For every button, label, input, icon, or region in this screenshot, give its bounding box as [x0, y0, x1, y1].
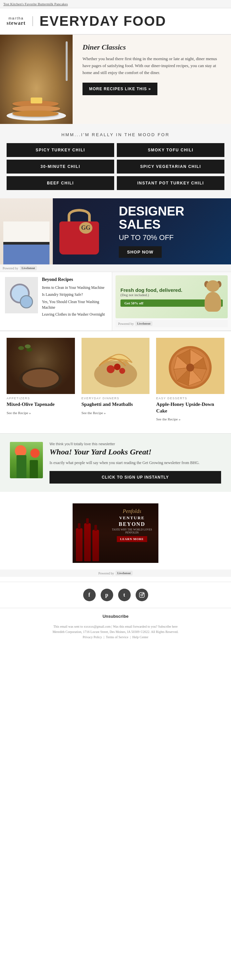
- mood-btn-beef[interactable]: BEEF CHILI: [6, 176, 114, 190]
- penfolds-venture: VENTURE: [109, 515, 155, 520]
- mood-grid: SPICY TURKEY CHILI SMOKY TOFU CHILI 30-M…: [6, 143, 225, 190]
- beyond-link-2[interactable]: Is Laundry Stripping Safe?: [42, 292, 107, 298]
- recipe-name-2: Spaghetti and Meatballs: [82, 401, 150, 408]
- dog-food-ad: Fresh dog food, delivered. (Dog not incl…: [112, 272, 231, 331]
- mood-btn-spicy-turkey[interactable]: SPICY TURKEY CHILI: [6, 143, 114, 157]
- penfolds-learn-more-button[interactable]: LEARN MORE: [117, 536, 147, 542]
- newsletter-body: Is exactly what people will say when you…: [49, 460, 221, 466]
- beyond-recipes: Beyond Recipes Items to Clean in Your Wa…: [0, 272, 112, 331]
- hero-content: Diner Classics Whether you head there fi…: [73, 35, 231, 124]
- mood-btn-instant-pot[interactable]: INSTANT POT TURKEY CHILI: [117, 176, 225, 190]
- brand-martha: martha: [9, 16, 24, 20]
- recipe-link-2[interactable]: See the Recipe »: [82, 411, 106, 415]
- recipe-link-3[interactable]: See the Recipe »: [156, 417, 180, 421]
- recipe-image-spaghetti: [82, 338, 150, 394]
- mood-btn-smoky-tofu[interactable]: SMOKY TOFU CHILI: [117, 143, 225, 157]
- newsletter-pretitle: We think you'll totally love this newsle…: [49, 442, 221, 446]
- plant-icon: [16, 455, 26, 478]
- mood-btn-30min[interactable]: 30-MINUTE CHILI: [6, 160, 114, 173]
- wine-ad-wrapper: Penfolds VENTURE BEYOND TASTE WHY THE WO…: [0, 492, 231, 582]
- washer-drum: [20, 295, 33, 309]
- facebook-icon[interactable]: f: [83, 589, 96, 601]
- wine-bottle: [76, 528, 82, 561]
- recipe-image-tapenade: [6, 338, 75, 394]
- liveintent-badge-2: LiveIntent: [135, 321, 153, 326]
- mood-btn-spicy-veg[interactable]: SPICY VEGETARIAN CHILI: [117, 160, 225, 173]
- beyond-link-1[interactable]: Items to Clean in Your Washing Machine: [42, 285, 107, 291]
- powered-by-text: Powered by: [3, 266, 19, 270]
- gilt-ad-text: DESIGNER SALES UP TO 70% OFF SHOP NOW: [112, 198, 231, 264]
- gilt-shop-button[interactable]: SHOP NOW: [119, 246, 162, 258]
- privacy-policy-link[interactable]: Privacy Policy: [82, 635, 102, 639]
- hero-image: [0, 35, 73, 124]
- top-bar: Test Kitchen's Favorite Buttermilk Panca…: [0, 0, 231, 8]
- recipe-name-1: Mixed-Olive Tapenade: [6, 401, 75, 408]
- hero-body: Whether you head there first thing in th…: [82, 56, 221, 76]
- svg-point-2: [114, 364, 120, 370]
- flower-icon: [30, 449, 40, 458]
- newsletter-title: Whoa! Your Yard Looks Great!: [49, 447, 221, 457]
- svg-point-1: [107, 365, 114, 373]
- gilt-model-image: [0, 198, 53, 264]
- help-link[interactable]: Help Center: [132, 635, 149, 639]
- unsubscribe-section: Unsubscribe: [0, 608, 231, 621]
- hero-cta-button[interactable]: MORE RECIPES LIKE THIS »: [82, 83, 157, 95]
- recipe-category-3: EASY DESSERTS: [156, 397, 225, 400]
- beyond-title: Beyond Recipes: [42, 277, 107, 282]
- penfolds-logo: Penfolds: [109, 508, 155, 514]
- footer-legal: This email was sent to xxxxxx@gmail.com …: [0, 621, 231, 646]
- penfolds-ad: Penfolds VENTURE BEYOND TASTE WHY THE WO…: [73, 503, 158, 563]
- washing-machine-image: [5, 277, 38, 313]
- beyond-links: Beyond Recipes Items to Clean in Your Wa…: [42, 277, 107, 326]
- footer-legal-2: Meredith Corporation, 1716 Locust Street…: [6, 629, 225, 635]
- beyond-link-4[interactable]: Leaving Clothes in the Washer Overnight: [42, 312, 107, 317]
- penfolds-tagline: TASTE WHY THE WORLD LOVES PENFOLDS: [109, 528, 155, 534]
- powered-by-2: Powered by LiveIntent: [115, 320, 228, 327]
- recipe-category-2: EVERYDAY DINNERS: [82, 397, 150, 400]
- washer-door: [10, 283, 30, 304]
- top-bar-link[interactable]: Test Kitchen's Favorite Buttermilk Panca…: [3, 2, 68, 6]
- svg-point-3: [119, 368, 125, 374]
- instagram-icon[interactable]: [136, 589, 148, 601]
- powered-by-3: Powered by LiveIntent: [0, 570, 231, 577]
- recipe-card-3: EASY DESSERTS Apple-Honey Upside-Down Ca…: [153, 338, 228, 427]
- recipe-name-3: Apple-Honey Upside-Down Cake: [156, 401, 225, 414]
- plant-icon: [30, 460, 38, 478]
- beyond-link-3[interactable]: Yes, You Should Clean Your Washing Machi…: [42, 299, 107, 311]
- newsletter-signup-button[interactable]: CLICK TO SIGN UP INSTANTLY: [49, 471, 221, 484]
- penfolds-beyond: BEYOND: [109, 521, 155, 527]
- powered-by-1: Powered by LiveIntent: [0, 264, 231, 272]
- recipe-link-1[interactable]: See the Recipe »: [6, 411, 31, 415]
- gucci-logo: GG: [79, 222, 92, 234]
- newsletter-section: We think you'll totally love this newsle…: [0, 433, 231, 492]
- powered-by-text-2: Powered by: [118, 322, 134, 326]
- recipe-category-1: APPETIZERS: [6, 397, 75, 400]
- liveintent-badge: LiveIntent: [20, 266, 37, 270]
- recipe-grid: APPETIZERS Mixed-Olive Tapenade See the …: [0, 331, 231, 433]
- gilt-headline1: DESIGNER: [119, 205, 225, 218]
- svg-point-9: [143, 593, 144, 594]
- page-title: EVERYDAY FOOD: [40, 13, 166, 29]
- gilt-headline2: SALES: [119, 218, 225, 232]
- hero-heading: Diner Classics: [82, 43, 221, 52]
- fork-icon: [66, 41, 68, 81]
- gilt-ad-banner: GILT GG DESIGNER SALES UP TO 70% OFF SHO…: [0, 198, 231, 264]
- newsletter-inner: We think you'll totally love this newsle…: [10, 442, 221, 484]
- header: martha stewart EVERYDAY FOOD: [0, 8, 231, 35]
- wine-bottle: [84, 523, 91, 561]
- dog-image: [201, 277, 225, 317]
- dog-food-ad-inner: Fresh dog food, delivered. (Dog not incl…: [115, 275, 228, 318]
- subscribe-link[interactable]: Subscribe here: [158, 625, 177, 628]
- newsletter-text: We think you'll totally love this newsle…: [49, 442, 221, 484]
- logo: martha stewart: [6, 16, 33, 26]
- twitter-icon[interactable]: t: [118, 589, 131, 601]
- newsletter-image: [10, 442, 43, 478]
- terms-link[interactable]: Terms of Service: [106, 635, 128, 639]
- unsubscribe-link[interactable]: Unsubscribe: [103, 614, 129, 619]
- svg-point-6: [187, 364, 195, 372]
- svg-point-8: [141, 594, 143, 596]
- brand-stewart: stewart: [6, 20, 26, 26]
- pinterest-icon[interactable]: p: [101, 589, 113, 601]
- pancake-layer: [13, 111, 59, 117]
- mood-section: HMM...I'M REALLY IN THE MOOD FOR SPICY T…: [0, 124, 231, 198]
